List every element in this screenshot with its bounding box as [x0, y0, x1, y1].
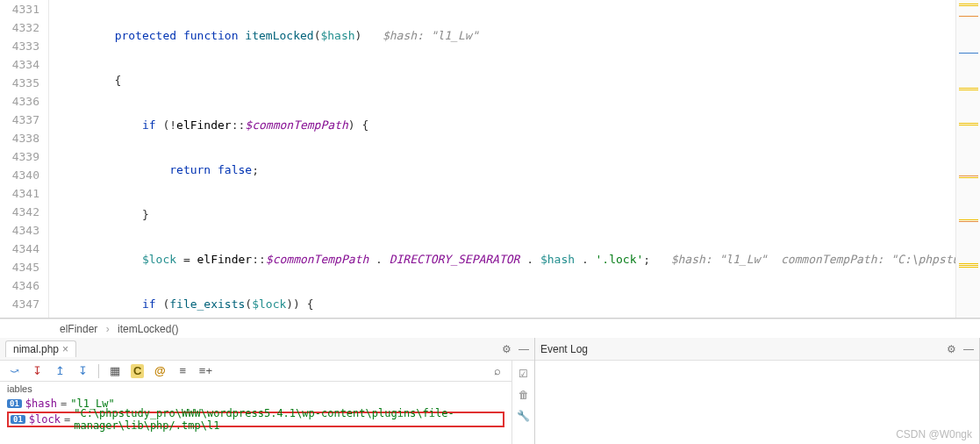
wrench-icon[interactable]: 🔧 — [517, 410, 530, 422]
keyword: return — [169, 163, 211, 176]
tab-label: nimal.php — [13, 343, 59, 355]
variable-row-highlighted[interactable]: 01 $lock = "C:\phpstudy_pro\WWW\wordpres… — [7, 412, 504, 427]
breadcrumb-method[interactable]: itemLocked() — [118, 323, 178, 335]
debug-panel: nimal.php × ⚙ — ⤻ ↧ ↥ ↧ — [0, 338, 535, 444]
variables-label: iables — [0, 382, 511, 396]
line-number: 4331 — [0, 0, 39, 18]
debug-side-toolbar: ☑ 🗑 🔧 — [511, 361, 534, 444]
keyword: if — [142, 297, 156, 311]
trash-icon[interactable]: 🗑 — [519, 389, 529, 401]
line-number: 4338 — [0, 129, 39, 147]
keyword: protected — [115, 29, 176, 42]
line-number: 4340 — [0, 166, 39, 184]
line-number: 4343 — [0, 221, 39, 240]
divider — [98, 364, 99, 378]
event-log-panel: Event Log ⚙ — CSDN @W0ngk — [535, 338, 980, 444]
checkbox-icon[interactable]: ☑ — [519, 368, 528, 380]
breadcrumb[interactable]: elFinder › itemLocked() — [0, 319, 980, 338]
class-ref: elFinder — [197, 253, 253, 266]
close-icon[interactable]: × — [62, 343, 68, 355]
find-icon[interactable]: ⌕ — [490, 364, 504, 378]
calculator-button[interactable]: C — [131, 364, 144, 378]
keyword: function — [183, 29, 239, 42]
grid-icon[interactable]: ▦ — [108, 364, 122, 378]
constant: DIRECTORY_SEPARATOR — [390, 253, 520, 266]
equals: = — [64, 413, 70, 426]
variable: $lock — [252, 297, 286, 311]
step-out-icon[interactable]: ↥ — [53, 364, 67, 378]
inline-hint: $hash: "l1_Lw" — [383, 29, 479, 42]
editor-area: 4331 4332 4333 4334 4335 4336 4337 4338 … — [0, 0, 980, 319]
string: '.lock' — [596, 253, 644, 266]
step-into-icon[interactable]: ↧ — [30, 364, 44, 378]
line-number: 4345 — [0, 258, 39, 276]
param: $hash — [320, 29, 354, 42]
function-call: file_exists — [169, 297, 245, 311]
static-prop: $commonTempPath — [266, 253, 368, 266]
line-number: 4332 — [0, 18, 39, 37]
line-number: 4347 — [0, 295, 39, 313]
list-icon[interactable]: ≡ — [175, 364, 190, 378]
gear-icon[interactable]: ⚙ — [502, 343, 511, 355]
line-number: 4346 — [0, 276, 39, 295]
debug-toolbar: ⤻ ↧ ↥ ↧ ▦ C @ ≡ ≡+ ⌕ — [0, 361, 511, 382]
at-icon[interactable]: @ — [153, 364, 167, 378]
line-number: 4341 — [0, 184, 39, 203]
line-number: 4334 — [0, 55, 39, 74]
line-number: 4336 — [0, 92, 39, 111]
line-number: 4342 — [0, 203, 39, 221]
minimap[interactable] — [955, 0, 980, 318]
class-ref: elFinder — [176, 118, 232, 132]
breadcrumb-class[interactable]: elFinder — [60, 323, 97, 335]
force-step-icon[interactable]: ↧ — [75, 364, 89, 378]
line-number: 4337 — [0, 111, 39, 129]
var-tag: 01 — [7, 399, 22, 408]
watermark: CSDN @W0ngk — [896, 428, 972, 440]
step-over-icon[interactable]: ⤻ — [7, 364, 21, 378]
keyword: if — [142, 118, 156, 132]
file-tab[interactable]: nimal.php × — [5, 340, 76, 357]
variable: $lock — [142, 253, 176, 266]
line-number: 4339 — [0, 147, 39, 166]
variable: $hash — [540, 253, 575, 266]
var-value: "C:\phpstudy_pro\WWW\wordpress5.4.1\wp-c… — [74, 407, 501, 432]
line-gutter: 4331 4332 4333 4334 4335 4336 4337 4338 … — [0, 0, 49, 318]
code-editor[interactable]: protected function itemLocked($hash) $ha… — [49, 0, 955, 318]
var-name: $hash — [25, 397, 57, 410]
line-number: 4333 — [0, 37, 39, 55]
equals: = — [61, 397, 67, 410]
var-tag: 01 — [11, 415, 25, 424]
line-number: 4344 — [0, 240, 39, 258]
chevron-icon: › — [106, 323, 110, 335]
event-log-title: Event Log — [540, 343, 588, 355]
event-log-body: CSDN @W0ngk — [535, 361, 979, 444]
add-watch-icon[interactable]: ≡+ — [198, 364, 212, 378]
static-prop: $commonTempPath — [245, 118, 347, 132]
line-number: 4335 — [0, 74, 39, 92]
variables-list: 01 $hash = "l1_Lw" 01 $lock = "C:\phpstu… — [0, 396, 511, 427]
var-name: $lock — [29, 413, 61, 426]
gear-icon[interactable]: ⚙ — [947, 343, 956, 355]
keyword: false — [218, 163, 252, 176]
minimize-icon[interactable]: — — [963, 343, 974, 355]
function-name: itemLocked — [245, 29, 313, 42]
inline-hint: $hash: "l1_Lw" commonTempPath: "C:\phpst… — [671, 253, 955, 266]
minimize-icon[interactable]: — — [519, 343, 529, 355]
